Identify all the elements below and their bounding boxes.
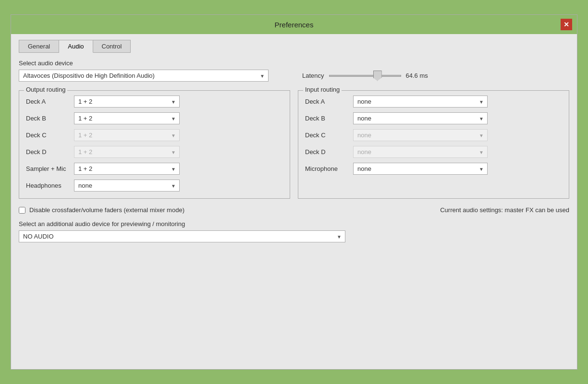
input-deck-d-label: Deck D (305, 148, 348, 156)
input-deck-a-label: Deck A (305, 98, 348, 105)
output-deck-b-select[interactable]: 1 + 2 (74, 112, 180, 124)
output-deck-c-label: Deck C (26, 132, 69, 139)
latency-label: Latency (302, 72, 324, 79)
input-microphone-row: Microphone none (305, 163, 562, 175)
tab-audio[interactable]: Audio (59, 40, 93, 53)
output-headphones-label: Headphones (26, 182, 69, 189)
input-deck-c-select: none (353, 129, 488, 141)
input-deck-c-row: Deck C none (305, 129, 562, 141)
latency-slider[interactable] (329, 75, 401, 77)
content-area: General Audio Control Select audio devic… (11, 34, 577, 369)
tab-bar: General Audio Control (19, 40, 569, 53)
input-deck-a-row: Deck A none (305, 96, 562, 108)
audio-device-select[interactable]: Altavoces (Dispositivo de High Definitio… (19, 70, 269, 82)
input-deck-c-select-wrapper: none (353, 129, 488, 141)
input-microphone-select-wrapper[interactable]: none (353, 163, 488, 175)
output-deck-d-select: 1 + 2 (74, 146, 180, 158)
output-routing-box: Output routing Deck A 1 + 2 Deck B 1 + 2 (19, 90, 290, 199)
device-section-label: Select audio device (19, 60, 569, 67)
crossfader-checkbox[interactable] (19, 207, 25, 214)
output-sampler-select-wrapper[interactable]: 1 + 2 (74, 163, 180, 175)
top-controls: Altavoces (Dispositivo de High Definitio… (19, 70, 569, 82)
bottom-section: Disable crossfader/volume faders (extern… (19, 206, 569, 242)
input-deck-a-select[interactable]: none (353, 96, 488, 108)
input-deck-b-select-wrapper[interactable]: none (353, 112, 488, 124)
preview-section-label: Select an additional audio device for pr… (19, 220, 569, 228)
input-microphone-select[interactable]: none (353, 163, 488, 175)
output-deck-a-row: Deck A 1 + 2 (26, 96, 283, 108)
title-bar: Preferences ✕ (11, 15, 577, 34)
output-deck-d-select-wrapper: 1 + 2 (74, 146, 180, 158)
tab-control[interactable]: Control (93, 40, 131, 53)
input-routing-box: Input routing Deck A none Deck B none (298, 90, 569, 199)
output-deck-c-select: 1 + 2 (74, 129, 180, 141)
audio-device-wrapper[interactable]: Altavoces (Dispositivo de High Definitio… (19, 70, 269, 82)
input-deck-b-row: Deck B none (305, 112, 562, 124)
output-deck-a-select-wrapper[interactable]: 1 + 2 (74, 96, 180, 108)
output-deck-b-row: Deck B 1 + 2 (26, 112, 283, 124)
input-deck-b-label: Deck B (305, 115, 348, 122)
output-deck-a-label: Deck A (26, 98, 69, 105)
input-deck-c-label: Deck C (305, 132, 348, 139)
latency-control: Latency 64.6 ms (302, 72, 428, 79)
output-deck-a-select[interactable]: 1 + 2 (74, 96, 180, 108)
output-headphones-select[interactable]: none (74, 180, 180, 192)
checkbox-row: Disable crossfader/volume faders (extern… (19, 206, 569, 214)
input-deck-d-select: none (353, 146, 488, 158)
latency-value: 64.6 ms (406, 72, 428, 79)
checkbox-left: Disable crossfader/volume faders (extern… (19, 206, 184, 214)
output-deck-d-label: Deck D (26, 148, 69, 156)
crossfader-label: Disable crossfader/volume faders (extern… (29, 206, 184, 214)
preferences-window: Preferences ✕ General Audio Control Sele… (11, 14, 577, 370)
output-headphones-select-wrapper[interactable]: none (74, 180, 180, 192)
input-deck-a-select-wrapper[interactable]: none (353, 96, 488, 108)
output-sampler-row: Sampler + Mic 1 + 2 (26, 163, 283, 175)
output-sampler-select[interactable]: 1 + 2 (74, 163, 180, 175)
output-sampler-label: Sampler + Mic (26, 165, 69, 172)
tab-general[interactable]: General (19, 40, 59, 53)
close-button[interactable]: ✕ (561, 19, 572, 30)
window-title: Preferences (27, 21, 561, 29)
preview-device-wrapper[interactable]: NO AUDIO (19, 230, 345, 242)
output-routing-title: Output routing (24, 86, 67, 93)
routing-container: Output routing Deck A 1 + 2 Deck B 1 + 2 (19, 90, 569, 199)
output-headphones-row: Headphones none (26, 180, 283, 192)
output-deck-c-select-wrapper: 1 + 2 (74, 129, 180, 141)
audio-status: Current audio settings: master FX can be… (440, 206, 569, 214)
output-deck-b-select-wrapper[interactable]: 1 + 2 (74, 112, 180, 124)
output-deck-c-row: Deck C 1 + 2 (26, 129, 283, 141)
input-deck-d-row: Deck D none (305, 146, 562, 158)
input-deck-d-select-wrapper: none (353, 146, 488, 158)
output-deck-d-row: Deck D 1 + 2 (26, 146, 283, 158)
input-microphone-label: Microphone (305, 165, 348, 172)
input-deck-b-select[interactable]: none (353, 112, 488, 124)
preview-device-select[interactable]: NO AUDIO (19, 230, 345, 242)
input-routing-title: Input routing (303, 86, 342, 93)
output-deck-b-label: Deck B (26, 115, 69, 122)
